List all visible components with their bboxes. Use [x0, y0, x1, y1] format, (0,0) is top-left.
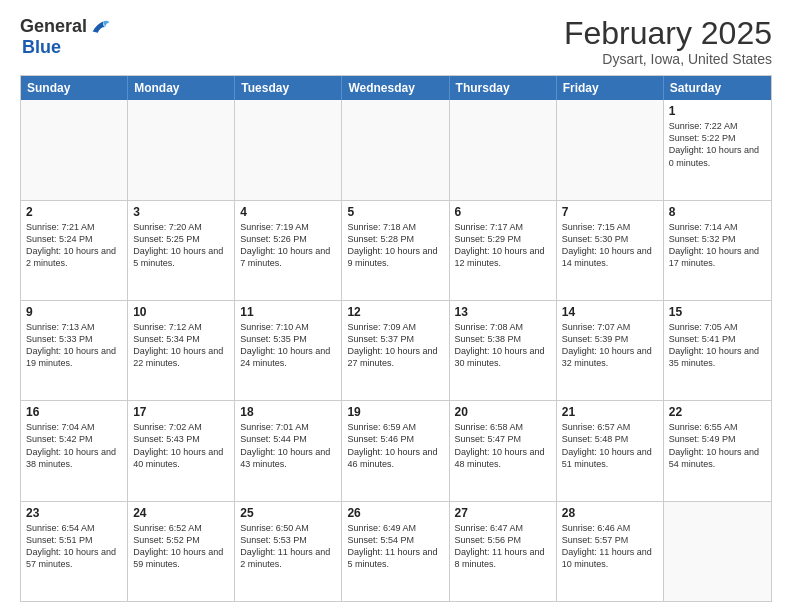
header-day-sunday: Sunday — [21, 76, 128, 100]
header-day-tuesday: Tuesday — [235, 76, 342, 100]
calendar-title: February 2025 — [564, 16, 772, 51]
day-number: 14 — [562, 305, 658, 319]
day-cell-13: 13Sunrise: 7:08 AMSunset: 5:38 PMDayligh… — [450, 301, 557, 400]
day-info: Sunrise: 6:46 AMSunset: 5:57 PMDaylight:… — [562, 522, 658, 571]
day-number: 19 — [347, 405, 443, 419]
day-number: 7 — [562, 205, 658, 219]
logo-blue: Blue — [22, 38, 111, 58]
day-cell-16: 16Sunrise: 7:04 AMSunset: 5:42 PMDayligh… — [21, 401, 128, 500]
day-info: Sunrise: 6:57 AMSunset: 5:48 PMDaylight:… — [562, 421, 658, 470]
header: General Blue February 2025 Dysart, Iowa,… — [20, 16, 772, 67]
calendar-week-1: 2Sunrise: 7:21 AMSunset: 5:24 PMDaylight… — [21, 200, 771, 300]
day-info: Sunrise: 7:15 AMSunset: 5:30 PMDaylight:… — [562, 221, 658, 270]
empty-cell — [664, 502, 771, 601]
day-info: Sunrise: 6:47 AMSunset: 5:56 PMDaylight:… — [455, 522, 551, 571]
day-number: 20 — [455, 405, 551, 419]
day-info: Sunrise: 7:12 AMSunset: 5:34 PMDaylight:… — [133, 321, 229, 370]
logo-bird-icon — [89, 16, 111, 38]
day-number: 1 — [669, 104, 766, 118]
header-day-saturday: Saturday — [664, 76, 771, 100]
day-number: 9 — [26, 305, 122, 319]
day-cell-7: 7Sunrise: 7:15 AMSunset: 5:30 PMDaylight… — [557, 201, 664, 300]
day-info: Sunrise: 7:22 AMSunset: 5:22 PMDaylight:… — [669, 120, 766, 169]
day-cell-28: 28Sunrise: 6:46 AMSunset: 5:57 PMDayligh… — [557, 502, 664, 601]
day-number: 24 — [133, 506, 229, 520]
day-number: 27 — [455, 506, 551, 520]
day-number: 26 — [347, 506, 443, 520]
calendar-body: 1Sunrise: 7:22 AMSunset: 5:22 PMDaylight… — [21, 100, 771, 601]
day-number: 28 — [562, 506, 658, 520]
day-cell-17: 17Sunrise: 7:02 AMSunset: 5:43 PMDayligh… — [128, 401, 235, 500]
day-number: 22 — [669, 405, 766, 419]
day-cell-2: 2Sunrise: 7:21 AMSunset: 5:24 PMDaylight… — [21, 201, 128, 300]
day-info: Sunrise: 7:21 AMSunset: 5:24 PMDaylight:… — [26, 221, 122, 270]
day-info: Sunrise: 7:01 AMSunset: 5:44 PMDaylight:… — [240, 421, 336, 470]
header-day-thursday: Thursday — [450, 76, 557, 100]
day-info: Sunrise: 7:19 AMSunset: 5:26 PMDaylight:… — [240, 221, 336, 270]
empty-cell — [128, 100, 235, 199]
day-info: Sunrise: 6:59 AMSunset: 5:46 PMDaylight:… — [347, 421, 443, 470]
day-cell-20: 20Sunrise: 6:58 AMSunset: 5:47 PMDayligh… — [450, 401, 557, 500]
day-info: Sunrise: 7:08 AMSunset: 5:38 PMDaylight:… — [455, 321, 551, 370]
day-info: Sunrise: 6:55 AMSunset: 5:49 PMDaylight:… — [669, 421, 766, 470]
day-number: 10 — [133, 305, 229, 319]
day-number: 15 — [669, 305, 766, 319]
day-info: Sunrise: 7:20 AMSunset: 5:25 PMDaylight:… — [133, 221, 229, 270]
day-cell-6: 6Sunrise: 7:17 AMSunset: 5:29 PMDaylight… — [450, 201, 557, 300]
day-cell-27: 27Sunrise: 6:47 AMSunset: 5:56 PMDayligh… — [450, 502, 557, 601]
calendar-week-4: 23Sunrise: 6:54 AMSunset: 5:51 PMDayligh… — [21, 501, 771, 601]
day-number: 13 — [455, 305, 551, 319]
day-info: Sunrise: 7:14 AMSunset: 5:32 PMDaylight:… — [669, 221, 766, 270]
day-number: 6 — [455, 205, 551, 219]
calendar-header: SundayMondayTuesdayWednesdayThursdayFrid… — [21, 76, 771, 100]
calendar-week-0: 1Sunrise: 7:22 AMSunset: 5:22 PMDaylight… — [21, 100, 771, 199]
day-cell-12: 12Sunrise: 7:09 AMSunset: 5:37 PMDayligh… — [342, 301, 449, 400]
calendar-subtitle: Dysart, Iowa, United States — [564, 51, 772, 67]
day-number: 2 — [26, 205, 122, 219]
day-number: 12 — [347, 305, 443, 319]
day-info: Sunrise: 7:13 AMSunset: 5:33 PMDaylight:… — [26, 321, 122, 370]
day-info: Sunrise: 7:18 AMSunset: 5:28 PMDaylight:… — [347, 221, 443, 270]
day-info: Sunrise: 7:17 AMSunset: 5:29 PMDaylight:… — [455, 221, 551, 270]
day-cell-9: 9Sunrise: 7:13 AMSunset: 5:33 PMDaylight… — [21, 301, 128, 400]
day-cell-26: 26Sunrise: 6:49 AMSunset: 5:54 PMDayligh… — [342, 502, 449, 601]
day-info: Sunrise: 6:54 AMSunset: 5:51 PMDaylight:… — [26, 522, 122, 571]
day-info: Sunrise: 7:04 AMSunset: 5:42 PMDaylight:… — [26, 421, 122, 470]
day-info: Sunrise: 7:07 AMSunset: 5:39 PMDaylight:… — [562, 321, 658, 370]
day-cell-3: 3Sunrise: 7:20 AMSunset: 5:25 PMDaylight… — [128, 201, 235, 300]
day-cell-25: 25Sunrise: 6:50 AMSunset: 5:53 PMDayligh… — [235, 502, 342, 601]
calendar-week-3: 16Sunrise: 7:04 AMSunset: 5:42 PMDayligh… — [21, 400, 771, 500]
day-cell-4: 4Sunrise: 7:19 AMSunset: 5:26 PMDaylight… — [235, 201, 342, 300]
day-cell-19: 19Sunrise: 6:59 AMSunset: 5:46 PMDayligh… — [342, 401, 449, 500]
day-number: 23 — [26, 506, 122, 520]
calendar: SundayMondayTuesdayWednesdayThursdayFrid… — [20, 75, 772, 602]
day-cell-23: 23Sunrise: 6:54 AMSunset: 5:51 PMDayligh… — [21, 502, 128, 601]
day-number: 21 — [562, 405, 658, 419]
day-cell-1: 1Sunrise: 7:22 AMSunset: 5:22 PMDaylight… — [664, 100, 771, 199]
empty-cell — [21, 100, 128, 199]
day-number: 8 — [669, 205, 766, 219]
empty-cell — [342, 100, 449, 199]
calendar-week-2: 9Sunrise: 7:13 AMSunset: 5:33 PMDaylight… — [21, 300, 771, 400]
day-cell-21: 21Sunrise: 6:57 AMSunset: 5:48 PMDayligh… — [557, 401, 664, 500]
day-info: Sunrise: 6:52 AMSunset: 5:52 PMDaylight:… — [133, 522, 229, 571]
day-number: 18 — [240, 405, 336, 419]
header-day-wednesday: Wednesday — [342, 76, 449, 100]
empty-cell — [235, 100, 342, 199]
day-info: Sunrise: 6:49 AMSunset: 5:54 PMDaylight:… — [347, 522, 443, 571]
day-info: Sunrise: 7:10 AMSunset: 5:35 PMDaylight:… — [240, 321, 336, 370]
day-cell-14: 14Sunrise: 7:07 AMSunset: 5:39 PMDayligh… — [557, 301, 664, 400]
day-number: 3 — [133, 205, 229, 219]
day-cell-15: 15Sunrise: 7:05 AMSunset: 5:41 PMDayligh… — [664, 301, 771, 400]
empty-cell — [450, 100, 557, 199]
day-number: 25 — [240, 506, 336, 520]
day-number: 4 — [240, 205, 336, 219]
day-number: 16 — [26, 405, 122, 419]
day-cell-24: 24Sunrise: 6:52 AMSunset: 5:52 PMDayligh… — [128, 502, 235, 601]
day-number: 17 — [133, 405, 229, 419]
day-cell-8: 8Sunrise: 7:14 AMSunset: 5:32 PMDaylight… — [664, 201, 771, 300]
day-cell-18: 18Sunrise: 7:01 AMSunset: 5:44 PMDayligh… — [235, 401, 342, 500]
day-number: 5 — [347, 205, 443, 219]
day-cell-5: 5Sunrise: 7:18 AMSunset: 5:28 PMDaylight… — [342, 201, 449, 300]
day-info: Sunrise: 7:09 AMSunset: 5:37 PMDaylight:… — [347, 321, 443, 370]
